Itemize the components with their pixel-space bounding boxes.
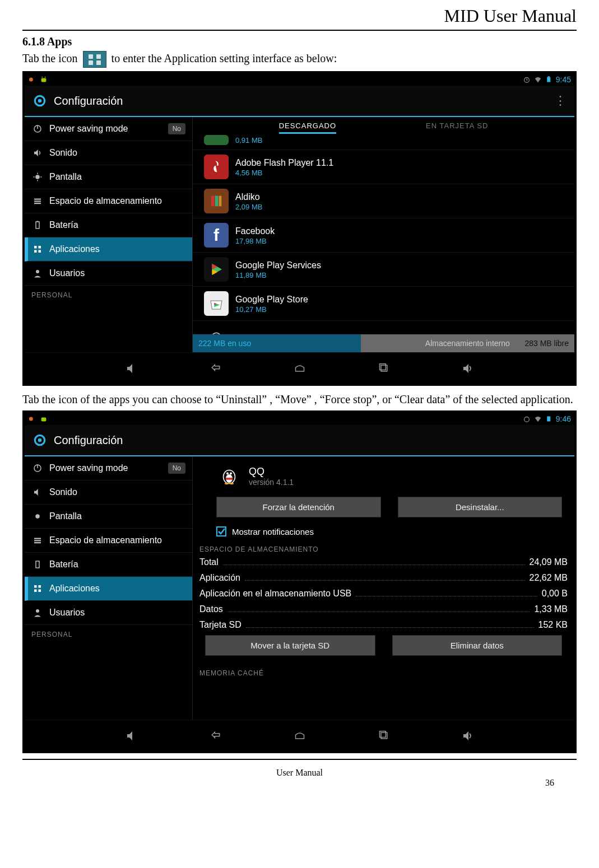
doc-header-title: MID User Manual — [22, 6, 577, 26]
settings-title: Configuración — [54, 434, 123, 447]
home-icon[interactable] — [291, 727, 308, 744]
back-icon[interactable] — [207, 360, 224, 377]
settings-gear-icon[interactable] — [30, 431, 49, 450]
svg-rect-72 — [381, 732, 387, 739]
status-bar: 9:46 — [25, 413, 574, 425]
app-row-qq[interactable]: QQ — [193, 321, 574, 334]
svg-rect-24 — [34, 250, 37, 253]
svg-point-53 — [35, 515, 40, 519]
sidebar-item-display[interactable]: Pantalla — [25, 505, 192, 529]
header-rule — [22, 30, 577, 31]
sidebar-item-label: Power saving mode — [49, 463, 128, 473]
checkbox-checked-icon[interactable] — [216, 526, 226, 536]
app-list[interactable]: 0,91 MB Adobe Flash Player 11.1 4,56 MB … — [193, 135, 574, 334]
storage-used: 222 MB en uso — [193, 334, 361, 352]
storage-value: 1,33 MB — [534, 604, 568, 614]
storage-key: Aplicación — [199, 573, 240, 583]
app-icon — [204, 135, 229, 145]
volume-up-icon[interactable] — [459, 360, 476, 377]
clear-data-button[interactable]: Eliminar datos — [392, 635, 563, 656]
sidebar-item-label: Pantalla — [49, 172, 82, 182]
svg-marker-43 — [463, 364, 468, 373]
dotted-leader — [223, 558, 525, 566]
footer-rule — [22, 759, 577, 760]
button-row-top: Forzar la detención Desinstalar... — [199, 494, 568, 520]
overflow-menu-icon[interactable]: ⋮ — [554, 94, 569, 108]
wifi-icon — [533, 414, 542, 423]
volume-down-icon[interactable] — [123, 360, 140, 377]
settings-gear-icon[interactable] — [30, 91, 49, 110]
svg-rect-19 — [34, 203, 41, 204]
svg-rect-58 — [34, 585, 37, 588]
toggle-off[interactable]: No — [168, 123, 185, 134]
app-row-flash[interactable]: Adobe Flash Player 11.1 4,56 MB — [193, 150, 574, 184]
storage-kv-row[interactable]: Aplicación22,62 MB — [199, 570, 568, 586]
force-stop-button[interactable]: Forzar la detención — [216, 497, 381, 517]
app-size: 2,09 MB — [235, 203, 262, 211]
app-row-playstore[interactable]: Google Play Store 10,27 MB — [193, 287, 574, 321]
app-name: Facebook — [235, 226, 275, 236]
uninstall-button[interactable]: Desinstalar... — [398, 497, 563, 517]
sidebar-item-label: Sonido — [49, 148, 77, 158]
sidebar-item-label: Sonido — [49, 487, 77, 497]
tab-downloaded[interactable]: DESCARGADO — [279, 122, 336, 134]
app-name: Aldiko — [235, 192, 262, 202]
storage-kv-row[interactable]: Datos1,33 MB — [199, 601, 568, 617]
sidebar-item-label: Espacio de almacenamiento — [49, 535, 162, 545]
svg-point-65 — [226, 473, 229, 475]
sidebar-item-power[interactable]: Power saving mode No — [25, 456, 192, 480]
power-icon — [31, 123, 44, 135]
penguin-icon — [204, 325, 229, 334]
user-icon — [31, 267, 44, 279]
home-icon[interactable] — [291, 360, 308, 377]
sidebar-item-battery[interactable]: Batería — [25, 213, 192, 237]
sidebar-item-sound[interactable]: Sonido — [25, 480, 192, 505]
svg-point-62 — [36, 609, 39, 613]
book-icon — [204, 189, 229, 213]
app-row-aldiko[interactable]: Aldiko 2,09 MB — [193, 184, 574, 218]
sidebar-item-label: Pantalla — [49, 511, 82, 521]
storage-kv-row[interactable]: Tarjeta SD152 KB — [199, 617, 568, 633]
sidebar-item-storage[interactable]: Espacio de almacenamiento — [25, 529, 192, 553]
recent-icon[interactable] — [375, 727, 392, 744]
sidebar-category: PERSONAL — [25, 625, 192, 641]
detail-app-version: versión 4.1.1 — [249, 478, 294, 487]
storage-value: 22,62 MB — [530, 573, 568, 583]
sidebar-item-sound[interactable]: Sonido — [25, 141, 192, 165]
recent-icon[interactable] — [375, 360, 392, 377]
storage-bar: 222 MB en uso Almacenamiento interno 283… — [193, 334, 574, 352]
app-row-playservices[interactable]: Google Play Services 11,89 MB — [193, 253, 574, 287]
svg-marker-40 — [127, 364, 132, 373]
power-icon — [31, 462, 44, 474]
volume-down-icon[interactable] — [123, 727, 140, 744]
back-icon[interactable] — [207, 727, 224, 744]
sidebar-item-storage[interactable]: Espacio de almacenamiento — [25, 189, 192, 213]
svg-marker-74 — [463, 731, 468, 740]
app-name: Google Play Store — [235, 294, 308, 305]
sidebar-item-display[interactable]: Pantalla — [25, 165, 192, 189]
sidebar-item-apps[interactable]: Aplicaciones — [25, 237, 192, 262]
sidebar-item-battery[interactable]: Batería — [25, 553, 192, 577]
app-row-facebook[interactable]: f Facebook 17,98 MB — [193, 218, 574, 253]
svg-rect-41 — [381, 365, 387, 371]
move-sd-button[interactable]: Mover a la tarjeta SD — [205, 635, 375, 656]
battery-icon — [31, 219, 44, 231]
volume-up-icon[interactable] — [459, 727, 476, 744]
facebook-icon: f — [204, 223, 229, 248]
svg-point-69 — [230, 483, 234, 484]
cache-heading: MEMORIA CACHÉ — [199, 666, 568, 678]
tab-sdcard[interactable]: EN TARJETA SD — [426, 122, 488, 134]
user-icon — [31, 606, 44, 619]
toggle-off[interactable]: No — [168, 463, 185, 474]
sidebar-item-users[interactable]: Usuarios — [25, 262, 192, 286]
sidebar-item-users[interactable]: Usuarios — [25, 601, 192, 625]
sidebar-item-power[interactable]: Power saving mode No — [25, 117, 192, 141]
notifications-row[interactable]: Mostrar notificaciones — [199, 520, 568, 542]
status-bar: 9:45 — [25, 73, 574, 86]
storage-kv-row[interactable]: Aplicación en el almacenamiento USB0,00 … — [199, 586, 568, 601]
app-row-partial[interactable]: 0,91 MB — [193, 135, 574, 150]
svg-point-0 — [29, 78, 33, 82]
storage-kv-row[interactable]: Total24,09 MB — [199, 554, 568, 570]
storage-icon — [31, 195, 44, 207]
sidebar-item-apps[interactable]: Aplicaciones — [25, 577, 192, 601]
